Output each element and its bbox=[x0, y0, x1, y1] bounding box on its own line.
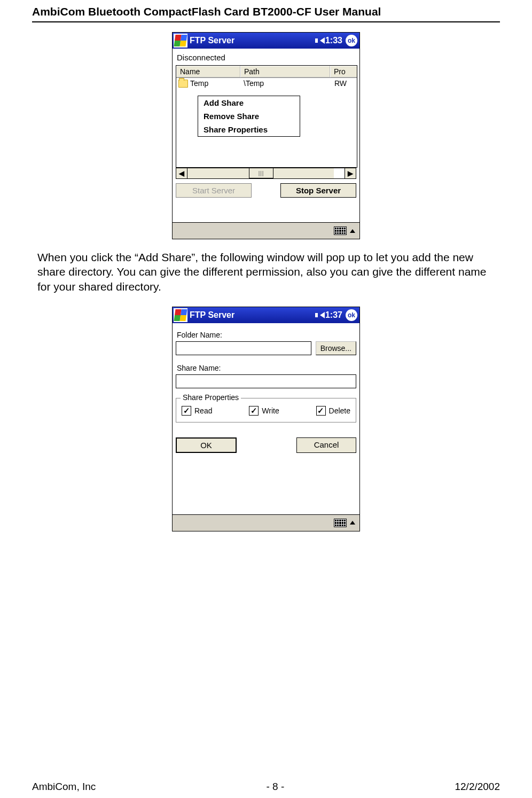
clock-time[interactable]: 1:37 bbox=[325, 310, 342, 320]
horizontal-scrollbar[interactable]: ◀ ||| ▶ bbox=[176, 168, 356, 179]
folder-icon bbox=[178, 80, 188, 88]
scroll-right-button[interactable]: ▶ bbox=[345, 168, 356, 179]
context-menu: Add Share Remove Share Share Properties bbox=[198, 96, 300, 137]
stop-server-button[interactable]: Stop Server bbox=[280, 183, 356, 198]
share-name-input[interactable] bbox=[176, 374, 356, 388]
table-header-row: Name Path Pro bbox=[176, 66, 357, 78]
footer-company: AmbiCom, Inc bbox=[32, 781, 96, 793]
context-menu-add-share[interactable]: Add Share bbox=[198, 96, 300, 109]
ok-dialog-button[interactable]: OK bbox=[176, 437, 237, 453]
delete-checkbox[interactable]: ✓ Delete bbox=[316, 406, 350, 416]
content-area: Folder Name: Browse... Share Name: Share… bbox=[173, 323, 359, 505]
checkmark-icon: ✓ bbox=[316, 406, 326, 416]
table-row[interactable]: Temp \Temp RW bbox=[176, 78, 357, 89]
title-bar: FTP Server 1:37 ok bbox=[173, 307, 359, 323]
sip-arrow-icon[interactable] bbox=[350, 521, 355, 525]
screenshot-ftp-server-list: FTP Server 1:33 ok Disconnected Name Pat… bbox=[172, 32, 360, 239]
cell-name-text: Temp bbox=[190, 79, 208, 88]
read-checkbox[interactable]: ✓ Read bbox=[182, 406, 212, 416]
cell-path: \Temp bbox=[242, 79, 333, 88]
volume-icon[interactable] bbox=[315, 313, 318, 317]
sip-arrow-icon[interactable] bbox=[350, 229, 355, 233]
cell-prop: RW bbox=[333, 79, 357, 88]
context-menu-remove-share[interactable]: Remove Share bbox=[198, 109, 300, 123]
keyboard-icon[interactable] bbox=[334, 519, 347, 527]
read-checkbox-label: Read bbox=[194, 406, 212, 415]
volume-icon[interactable] bbox=[320, 37, 325, 44]
ok-button[interactable]: ok bbox=[346, 35, 357, 46]
clock-time[interactable]: 1:33 bbox=[325, 36, 342, 45]
checkmark-icon: ✓ bbox=[249, 406, 259, 416]
delete-checkbox-label: Delete bbox=[329, 406, 350, 415]
connection-status: Disconnected bbox=[177, 53, 356, 62]
footer-page-number: - 8 - bbox=[267, 781, 285, 793]
title-bar: FTP Server 1:33 ok bbox=[173, 33, 359, 49]
folder-name-input[interactable] bbox=[176, 341, 311, 355]
document-header: AmbiCom Bluetooth CompactFlash Card BT20… bbox=[32, 5, 500, 22]
share-name-label: Share Name: bbox=[177, 364, 356, 372]
window-title: FTP Server bbox=[190, 36, 315, 45]
volume-icon[interactable] bbox=[320, 312, 325, 318]
cancel-dialog-button[interactable]: Cancel bbox=[296, 437, 356, 453]
windows-flag-icon[interactable] bbox=[174, 34, 187, 48]
footer-date: 12/2/2002 bbox=[455, 781, 500, 793]
window-title: FTP Server bbox=[190, 310, 315, 320]
scroll-gap bbox=[334, 168, 345, 179]
share-properties-legend: Share Properties bbox=[181, 393, 241, 402]
browse-button[interactable]: Browse... bbox=[316, 341, 356, 355]
instruction-paragraph: When you click the “Add Share”, the foll… bbox=[37, 250, 500, 294]
volume-icon[interactable] bbox=[315, 38, 318, 43]
write-checkbox[interactable]: ✓ Write bbox=[249, 406, 279, 416]
cell-name: Temp bbox=[176, 79, 242, 88]
keyboard-icon[interactable] bbox=[334, 226, 347, 235]
share-table: Name Path Pro Temp \Temp RW Add Share Re… bbox=[176, 65, 357, 168]
share-properties-group: Share Properties ✓ Read ✓ Write ✓ Delete bbox=[176, 398, 356, 423]
scroll-track[interactable]: ||| bbox=[187, 168, 334, 179]
write-checkbox-label: Write bbox=[262, 406, 279, 415]
folder-name-label: Folder Name: bbox=[177, 331, 356, 339]
ok-button[interactable]: ok bbox=[346, 309, 357, 321]
column-header-name[interactable]: Name bbox=[176, 66, 240, 77]
server-button-row: Start Server Stop Server bbox=[176, 183, 356, 198]
dialog-button-row: OK Cancel bbox=[176, 437, 356, 453]
checkmark-icon: ✓ bbox=[182, 406, 191, 416]
start-server-button: Start Server bbox=[176, 183, 252, 198]
command-bar bbox=[173, 514, 359, 531]
scroll-thumb[interactable]: ||| bbox=[249, 168, 273, 178]
column-header-properties[interactable]: Pro bbox=[330, 66, 357, 77]
screenshot-add-share-dialog: FTP Server 1:37 ok Folder Name: Browse..… bbox=[172, 307, 360, 531]
column-header-path[interactable]: Path bbox=[240, 66, 330, 77]
command-bar bbox=[173, 222, 359, 239]
windows-flag-icon[interactable] bbox=[174, 308, 187, 322]
context-menu-share-properties[interactable]: Share Properties bbox=[198, 123, 300, 136]
content-area: Disconnected Name Path Pro Temp \Temp RW bbox=[173, 49, 359, 201]
scroll-left-button[interactable]: ◀ bbox=[176, 168, 187, 179]
document-footer: AmbiCom, Inc - 8 - 12/2/2002 bbox=[32, 781, 500, 793]
